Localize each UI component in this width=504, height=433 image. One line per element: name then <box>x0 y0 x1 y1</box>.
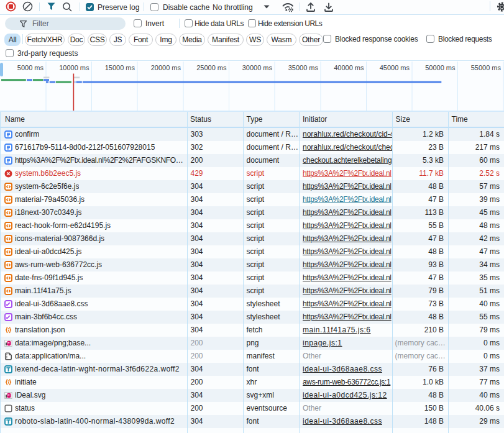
svg-text:35000 ms: 35000 ms <box>288 64 319 71</box>
svg-text:30000 ms: 30000 ms <box>242 64 273 71</box>
svg-text:5000 ms: 5000 ms <box>17 64 44 71</box>
svg-text:50000 ms: 50000 ms <box>425 64 456 71</box>
svg-text:45000 ms: 45000 ms <box>380 64 410 71</box>
svg-text:20000 ms: 20000 ms <box>151 64 181 71</box>
svg-text:40000 ms: 40000 ms <box>334 64 364 71</box>
svg-text:55000 ms: 55000 ms <box>471 64 502 71</box>
svg-text:15000 ms: 15000 ms <box>105 64 135 71</box>
svg-text:10000 ms: 10000 ms <box>59 64 89 71</box>
svg-text:25000 ms: 25000 ms <box>196 64 227 71</box>
